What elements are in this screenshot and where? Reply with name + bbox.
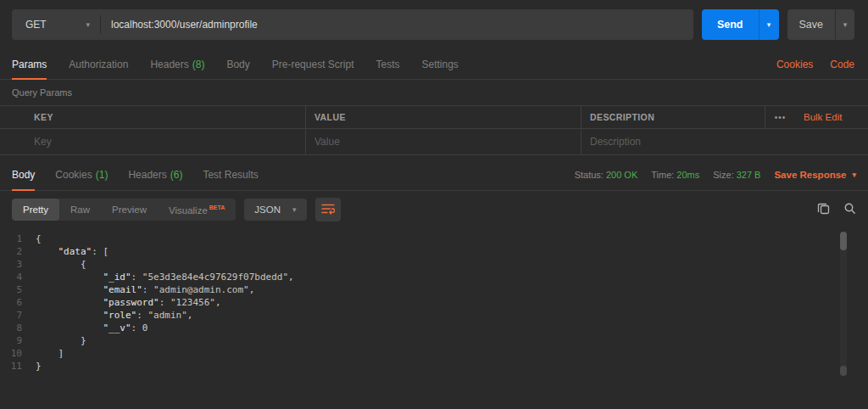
tab-label: Test Results xyxy=(203,169,258,181)
search-icon xyxy=(843,202,856,217)
chevron-down-icon: ▾ xyxy=(292,205,297,214)
line-number: 11 xyxy=(0,360,36,373)
param-value-input[interactable] xyxy=(306,129,581,154)
tab-label: Pre-request Script xyxy=(272,59,354,70)
format-label: JSON xyxy=(254,204,281,215)
tab-settings[interactable]: Settings xyxy=(422,49,459,79)
code-line: 3 { xyxy=(0,258,868,271)
response-body-editor[interactable]: 1{2 "data": [3 {4 "_id": "5e3d3e84e4c976… xyxy=(0,228,868,409)
line-number: 2 xyxy=(0,245,36,258)
code-text: "password": "123456", xyxy=(36,296,221,309)
send-button[interactable]: Send xyxy=(702,9,759,40)
code-line: 4 "_id": "5e3d3e84e4c97629f07bdedd", xyxy=(0,271,868,283)
save-response-button[interactable]: Save Response ▾ xyxy=(774,170,856,180)
code-line: 11} xyxy=(0,360,868,373)
chevron-down-icon: ▾ xyxy=(86,20,90,29)
query-params-table: KEY VALUE DESCRIPTION ••• Bulk Edit xyxy=(0,105,868,155)
line-number: 8 xyxy=(0,322,36,334)
method-label: GET xyxy=(25,19,47,31)
param-key-input[interactable] xyxy=(25,129,305,154)
send-options-dropdown[interactable]: ▾ xyxy=(759,9,779,40)
tab-params[interactable]: Params xyxy=(12,49,47,79)
tab-tests[interactable]: Tests xyxy=(376,49,399,79)
response-tab-cookies[interactable]: Cookies(1) xyxy=(55,159,108,190)
save-options-dropdown[interactable]: ▾ xyxy=(835,9,854,40)
param-description-input[interactable] xyxy=(581,129,868,154)
tab-headers[interactable]: Headers(8) xyxy=(150,49,204,79)
time-value: 20ms xyxy=(676,170,699,180)
time-metric: Time:20ms xyxy=(651,170,699,180)
tab-label: Settings xyxy=(422,59,459,70)
code-text: ] xyxy=(36,347,64,360)
code-text: "data": [ xyxy=(36,245,108,258)
code-link[interactable]: Code xyxy=(830,59,854,70)
save-split-button: Save ▾ xyxy=(787,9,855,40)
save-button[interactable]: Save xyxy=(787,9,836,40)
code-line: 7 "role": "admin", xyxy=(0,309,868,322)
mode-label: Raw xyxy=(70,204,90,215)
code-text: } xyxy=(36,360,42,373)
format-dropdown[interactable]: JSON ▾ xyxy=(244,199,306,221)
cookies-link[interactable]: Cookies xyxy=(776,59,813,70)
raw-mode-button[interactable]: Raw xyxy=(59,199,101,221)
visualize-mode-button[interactable]: VisualizeBETA xyxy=(158,199,236,221)
tab-label: Body xyxy=(12,169,35,181)
code-line: 6 "password": "123456", xyxy=(0,296,868,309)
line-number: 9 xyxy=(0,334,36,347)
query-params-title: Query Params xyxy=(0,80,868,105)
response-tabs: Body Cookies(1) Headers(6) Test Results xyxy=(12,159,259,190)
postman-app: GET ▾ Send ▾ Save ▾ Params Authorization… xyxy=(0,0,868,409)
line-number: 7 xyxy=(0,309,36,322)
tab-label: Headers xyxy=(150,59,188,70)
copy-response-button[interactable] xyxy=(817,202,830,217)
pretty-mode-button[interactable]: Pretty xyxy=(12,199,59,221)
scrollbar-end xyxy=(840,366,847,376)
code-text: "_id": "5e3d3e84e4c97629f07bdedd", xyxy=(36,271,294,283)
scrollbar[interactable] xyxy=(840,232,847,376)
mode-label: Visualize xyxy=(169,204,208,215)
line-number: 6 xyxy=(0,296,36,309)
tab-body[interactable]: Body xyxy=(226,49,249,79)
tab-authorization[interactable]: Authorization xyxy=(69,49,128,79)
tab-label: Body xyxy=(226,59,249,70)
code-line: 10 ] xyxy=(0,347,868,360)
method-dropdown[interactable]: GET ▾ xyxy=(12,19,100,31)
url-input[interactable] xyxy=(101,19,693,31)
wrap-text-button[interactable] xyxy=(315,198,341,221)
line-number: 3 xyxy=(0,258,36,271)
response-tab-headers[interactable]: Headers(6) xyxy=(128,159,182,190)
size-value: 327 B xyxy=(737,170,761,180)
code-text: } xyxy=(36,334,86,347)
chevron-down-icon: ▾ xyxy=(767,20,771,29)
code-text: { xyxy=(36,258,86,271)
copy-icon xyxy=(817,202,830,217)
tab-count-badge: (6) xyxy=(170,169,183,181)
scrollbar-thumb[interactable] xyxy=(840,232,847,250)
response-viewer-toolbar: Pretty Raw Preview VisualizeBETA JSON ▾ xyxy=(0,191,868,228)
tab-label: Tests xyxy=(376,59,399,70)
bulk-edit-button[interactable]: Bulk Edit xyxy=(795,106,868,128)
tab-label: Params xyxy=(12,59,47,70)
time-label: Time: xyxy=(651,170,674,180)
view-mode-group: Pretty Raw Preview VisualizeBETA xyxy=(12,199,236,221)
request-links: Cookies Code xyxy=(776,59,854,70)
response-tab-test-results[interactable]: Test Results xyxy=(203,159,258,190)
url-group: GET ▾ xyxy=(12,9,693,40)
editor-lines: 1{2 "data": [3 {4 "_id": "5e3d3e84e4c976… xyxy=(0,233,868,373)
mode-label: Pretty xyxy=(23,204,48,215)
response-tab-body[interactable]: Body xyxy=(12,159,35,190)
line-number: 5 xyxy=(0,283,36,296)
status-metric: Status:200 OK xyxy=(575,170,638,180)
column-key: KEY xyxy=(25,106,305,128)
code-line: 2 "data": [ xyxy=(0,245,868,258)
tab-pre-request-script[interactable]: Pre-request Script xyxy=(272,49,354,79)
preview-mode-button[interactable]: Preview xyxy=(101,199,158,221)
size-metric: Size:327 B xyxy=(713,170,760,180)
more-options-icon[interactable]: ••• xyxy=(765,106,795,128)
row-select-cell xyxy=(0,106,25,128)
search-response-button[interactable] xyxy=(843,202,856,217)
code-line: 8 "__v": 0 xyxy=(0,322,868,334)
code-line: 5 "email": "admin@admin.com", xyxy=(0,283,868,296)
tab-count-badge: (8) xyxy=(192,59,205,70)
mode-label: Preview xyxy=(112,204,147,215)
